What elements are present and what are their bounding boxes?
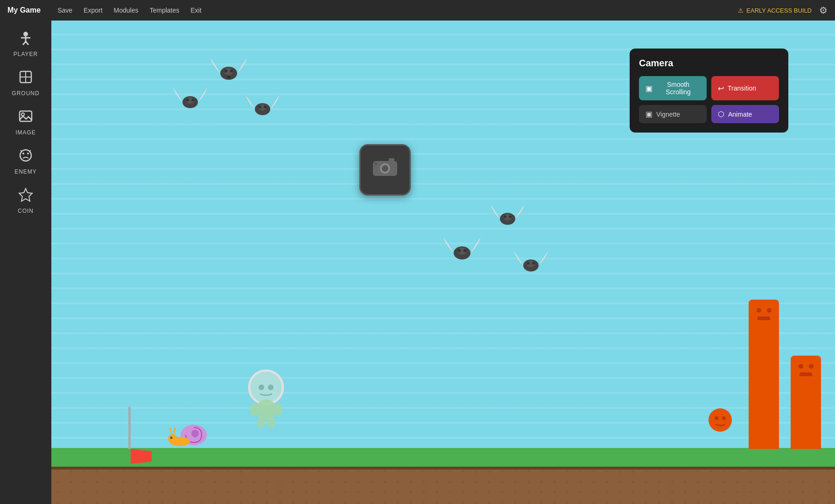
sidebar-item-image[interactable]: IMAGE xyxy=(5,104,46,141)
svg-line-4 xyxy=(26,42,28,45)
round-enemy xyxy=(708,407,733,433)
sidebar-coin-label: COIN xyxy=(18,208,34,214)
svg-point-39 xyxy=(527,262,530,265)
svg-point-52 xyxy=(275,403,282,417)
transition-icon: ↩ xyxy=(718,84,724,93)
svg-marker-15 xyxy=(19,189,32,201)
nav-export[interactable]: Export xyxy=(84,7,102,14)
svg-point-24 xyxy=(191,99,194,102)
svg-point-9 xyxy=(21,113,24,116)
pillar-tall-face xyxy=(757,308,772,320)
warning-icon: ⚠ xyxy=(738,7,744,14)
game-canvas[interactable]: Camera ▣ Smooth Scrolling ↩ Transition ▣… xyxy=(51,21,835,504)
pillar-tall xyxy=(749,300,779,449)
svg-point-31 xyxy=(504,216,506,218)
bat-1 xyxy=(210,56,247,84)
flag-banner xyxy=(131,449,152,464)
pillar-short-mouth xyxy=(799,372,813,376)
svg-point-45 xyxy=(374,162,377,165)
pillar-tall-eye-left xyxy=(757,308,761,313)
pillar-short-face xyxy=(799,364,814,376)
vignette-label: Vignette xyxy=(656,111,680,118)
sidebar: PLAYER GROUND IMAGE xyxy=(0,21,51,504)
pillar-tall-eye-right xyxy=(767,308,772,313)
vignette-icon: ▣ xyxy=(646,110,653,119)
animate-label: Animate xyxy=(728,111,752,118)
dirt-texture xyxy=(51,467,835,504)
svg-point-0 xyxy=(23,32,28,36)
svg-point-40 xyxy=(532,262,535,265)
svg-point-23 xyxy=(186,99,189,102)
svg-point-20 xyxy=(226,76,231,78)
early-access-badge: ⚠ EARLY ACCESS BUILD xyxy=(738,7,812,14)
pillar-short-eye-right xyxy=(809,364,814,369)
main-area: PLAYER GROUND IMAGE xyxy=(0,21,835,504)
svg-point-43 xyxy=(382,165,388,172)
animate-icon: ⬡ xyxy=(718,110,724,119)
svg-point-58 xyxy=(168,434,177,443)
snail-object xyxy=(168,421,210,449)
svg-point-35 xyxy=(458,249,461,252)
sidebar-player-label: PLAYER xyxy=(14,51,38,57)
svg-point-27 xyxy=(259,106,261,109)
nav-save[interactable]: Save xyxy=(57,7,72,14)
smooth-scrolling-icon: ▣ xyxy=(646,84,653,93)
ground-grass xyxy=(51,448,835,467)
enemy-icon xyxy=(18,148,33,166)
smooth-scrolling-button[interactable]: ▣ Smooth Scrolling xyxy=(639,76,707,100)
svg-point-11 xyxy=(22,153,24,154)
camera-icon xyxy=(372,157,398,183)
svg-rect-8 xyxy=(20,111,32,121)
pillar-tall-eyes xyxy=(757,308,772,313)
animate-button[interactable]: ⬡ Animate xyxy=(711,105,779,123)
camera-buttons-grid: ▣ Smooth Scrolling ↩ Transition ▣ Vignet… xyxy=(639,76,779,123)
svg-point-32 xyxy=(509,216,512,218)
nav-right-section: ⚠ EARLY ACCESS BUILD ⚙ xyxy=(738,5,828,16)
sidebar-enemy-label: ENEMY xyxy=(14,168,37,175)
bat-4 xyxy=(490,203,525,228)
svg-line-13 xyxy=(21,150,22,152)
pillar-tall-mouth xyxy=(757,316,771,320)
svg-point-28 xyxy=(264,106,267,109)
svg-line-59 xyxy=(170,429,172,434)
ground-dirt xyxy=(51,467,835,504)
svg-point-12 xyxy=(27,153,29,154)
svg-point-19 xyxy=(230,70,233,72)
svg-point-49 xyxy=(268,385,274,390)
camera-object[interactable] xyxy=(359,144,411,196)
bat-2 xyxy=(173,86,208,112)
svg-point-18 xyxy=(225,70,227,72)
svg-point-62 xyxy=(174,428,176,430)
sidebar-item-enemy[interactable]: ENEMY xyxy=(5,143,46,180)
svg-line-60 xyxy=(174,429,175,434)
sidebar-item-ground[interactable]: GROUND xyxy=(5,64,46,102)
settings-icon[interactable]: ⚙ xyxy=(819,5,828,16)
early-access-label: EARLY ACCESS BUILD xyxy=(746,7,812,14)
sidebar-image-label: IMAGE xyxy=(15,129,36,136)
bat-3 xyxy=(245,93,280,119)
camera-panel-title: Camera xyxy=(639,58,779,69)
transition-button[interactable]: ↩ Transition xyxy=(711,76,779,100)
transition-label: Transition xyxy=(728,84,756,92)
pillar-short-eye-left xyxy=(799,364,803,369)
svg-point-65 xyxy=(715,416,718,420)
svg-point-51 xyxy=(250,403,257,417)
sidebar-item-player[interactable]: PLAYER xyxy=(5,25,46,63)
sidebar-ground-label: GROUND xyxy=(12,90,39,97)
nav-templates[interactable]: Templates xyxy=(149,7,179,14)
svg-point-61 xyxy=(169,428,171,430)
svg-point-50 xyxy=(256,399,276,420)
smooth-scrolling-label: Smooth Scrolling xyxy=(656,81,700,96)
top-navbar: My Game Save Export Modules Templates Ex… xyxy=(0,0,835,21)
svg-rect-44 xyxy=(389,158,394,162)
bat-5 xyxy=(443,235,481,263)
sidebar-item-coin[interactable]: COIN xyxy=(5,182,46,219)
nav-exit[interactable]: Exit xyxy=(190,7,201,14)
pillar-short xyxy=(791,356,821,449)
nav-modules[interactable]: Modules xyxy=(114,7,139,14)
flag-pole xyxy=(128,407,131,449)
vignette-button[interactable]: ▣ Vignette xyxy=(639,105,707,123)
svg-point-54 xyxy=(267,417,275,428)
ground-icon xyxy=(18,70,33,88)
player-icon xyxy=(18,30,33,49)
